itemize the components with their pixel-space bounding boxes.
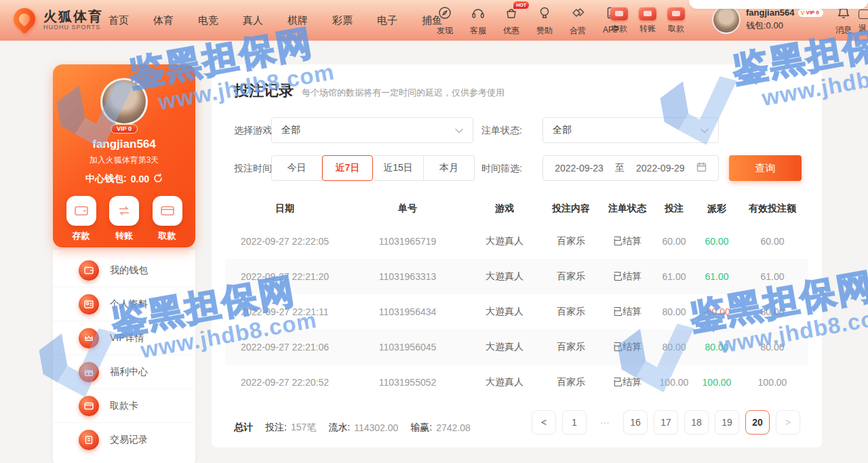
brand-title: 火狐体育 bbox=[43, 9, 103, 24]
time-filter-label: 投注时间: bbox=[234, 155, 275, 181]
date-to[interactable]: 2022-09-29 bbox=[636, 163, 685, 174]
top-dropdown-edge bbox=[689, 0, 868, 9]
bet-count-label: 投注: bbox=[265, 422, 287, 434]
id-card-icon bbox=[79, 294, 99, 315]
prev-page-button[interactable]: < bbox=[532, 410, 556, 435]
table-row: 2022-09-27 22:22:05 11031965719 大遊真人 百家乐… bbox=[225, 224, 808, 259]
nav-chess[interactable]: 棋牌 bbox=[288, 14, 308, 27]
tab-last-15-days[interactable]: 近15日 bbox=[373, 155, 424, 181]
profile-username: fangjian564 bbox=[53, 138, 195, 151]
sidebar-transfer-button[interactable]: 转账 bbox=[109, 196, 139, 242]
withdraw-icon bbox=[667, 7, 685, 20]
page-title: 投注记录 bbox=[234, 81, 294, 101]
date-range-input[interactable]: 2022-09-23 至 2022-09-29 bbox=[542, 155, 719, 181]
wallet-icon bbox=[66, 196, 96, 226]
user-avatar[interactable] bbox=[712, 5, 741, 34]
bet-records-panel: 投注记录 每个场馆的数据将有一定时间的延迟，仅供参考使用 选择游戏: 全部 注单… bbox=[212, 64, 822, 447]
tab-this-month[interactable]: 本月 bbox=[424, 155, 475, 181]
header-icon-menu: 发现 客服 HOT 优惠 赞助 合营 APP bbox=[431, 5, 625, 37]
main-nav: 首页 体育 电竞 真人 棋牌 彩票 电子 捕鱼 bbox=[108, 0, 442, 41]
winloss-value: 2742.08 bbox=[436, 422, 471, 433]
bank-card-icon bbox=[79, 396, 99, 416]
chevron-down-icon bbox=[701, 125, 709, 136]
page-17-button[interactable]: 17 bbox=[654, 410, 678, 435]
date-separator: 至 bbox=[615, 162, 625, 174]
nav-esports[interactable]: 电竞 bbox=[198, 14, 218, 27]
page-subtitle: 每个场馆的数据将有一定时间的延迟，仅供参考使用 bbox=[302, 87, 505, 99]
page-1-button[interactable]: 1 bbox=[562, 410, 587, 435]
page-20-button[interactable]: 20 bbox=[745, 410, 770, 435]
messages-button[interactable]: 36 消息 bbox=[829, 5, 859, 36]
flame-logo-icon bbox=[11, 6, 38, 33]
logout-button[interactable]: 退 bbox=[859, 9, 868, 35]
total-label: 总计 bbox=[234, 422, 253, 434]
search-button[interactable]: 查询 bbox=[729, 155, 802, 181]
wallet-icon bbox=[79, 260, 99, 281]
nav-home[interactable]: 首页 bbox=[108, 14, 129, 27]
compass-icon bbox=[437, 5, 452, 23]
game-filter-label: 选择游戏: bbox=[234, 117, 275, 143]
center-wallet-value: 0.00 bbox=[131, 174, 149, 184]
tab-last-7-days[interactable]: 近7日 bbox=[322, 155, 373, 181]
menu-discover[interactable]: 发现 bbox=[431, 5, 458, 37]
table-row: 2022-09-27 22:21:11 11031956434 大遊真人 百家乐… bbox=[225, 294, 808, 329]
nav-slots[interactable]: 电子 bbox=[377, 14, 397, 27]
sidebar-item-vip[interactable]: VIP详情 bbox=[53, 321, 195, 355]
calendar-icon bbox=[696, 162, 707, 174]
center-wallet-label: 中心钱包: bbox=[85, 173, 127, 185]
sidebar-withdraw-button[interactable]: 取款 bbox=[153, 196, 182, 242]
transfer-button[interactable]: 转账 bbox=[639, 7, 656, 35]
bet-count-value: 157笔 bbox=[291, 422, 316, 434]
date-filter-label: 时间筛选: bbox=[481, 155, 522, 181]
totals-summary: 总计 投注: 157笔 流水: 114302.00 输赢: 2742.08 bbox=[234, 416, 471, 440]
sidebar-menu: 我的钱包 个人资料 VIP详情 福利中心 取款卡 交易记录 bbox=[53, 249, 195, 463]
transfer-arrows-icon bbox=[109, 196, 139, 226]
bet-records-table: 日期 单号 游戏 投注内容 注单状态 投注 派彩 有效投注额 2022-09-2… bbox=[225, 193, 808, 400]
sidebar-item-transactions[interactable]: 交易记录 bbox=[53, 423, 195, 457]
nav-sports[interactable]: 体育 bbox=[153, 14, 174, 27]
refresh-icon[interactable] bbox=[153, 174, 163, 185]
profile-avatar[interactable] bbox=[100, 78, 148, 125]
date-from[interactable]: 2022-09-23 bbox=[555, 163, 604, 174]
menu-partner[interactable]: 合营 bbox=[564, 5, 591, 37]
crown-icon bbox=[79, 328, 99, 348]
profile-card: VIP 0 fangjian564 加入火狐体育第3天 中心钱包: 0.00 存… bbox=[53, 64, 195, 247]
sidebar-item-welfare[interactable]: 福利中心 bbox=[53, 355, 195, 389]
next-page-button[interactable]: > bbox=[776, 410, 800, 435]
sidebar-item-profile[interactable]: 个人资料 bbox=[53, 287, 195, 321]
brand-subtitle: HUOHU SPORTS bbox=[43, 24, 103, 31]
headset-icon bbox=[471, 5, 486, 23]
document-icon bbox=[79, 430, 99, 450]
deposit-button[interactable]: 存款 bbox=[610, 7, 628, 35]
status-filter-label: 注单状态: bbox=[481, 117, 522, 143]
nav-live[interactable]: 真人 bbox=[243, 14, 263, 27]
page-19-button[interactable]: 19 bbox=[715, 410, 739, 435]
wallet-balance: 钱包:0.00 bbox=[746, 20, 823, 32]
logout-icon bbox=[859, 9, 868, 19]
bank-card-icon bbox=[153, 196, 182, 226]
menu-sponsor[interactable]: 赞助 bbox=[531, 5, 558, 37]
deposit-icon bbox=[610, 7, 628, 20]
tab-today[interactable]: 今日 bbox=[271, 155, 322, 181]
table-row: 2022-09-27 22:21:20 11031963313 大遊真人 百家乐… bbox=[225, 259, 808, 294]
page-18-button[interactable]: 18 bbox=[684, 410, 709, 435]
time-range-tabs: 今日 近7日 近15日 本月 bbox=[271, 155, 475, 181]
sidebar-item-my-wallet[interactable]: 我的钱包 bbox=[53, 254, 195, 287]
user-info[interactable]: fangjian564 VVIP 0 钱包:0.00 bbox=[712, 5, 823, 34]
sidebar-item-withdraw-card[interactable]: 取款卡 bbox=[53, 389, 195, 423]
chevron-down-icon bbox=[455, 125, 463, 136]
table-row: 2022-09-27 22:21:06 11031956045 大遊真人 百家乐… bbox=[225, 329, 808, 365]
menu-support[interactable]: 客服 bbox=[465, 5, 492, 37]
table-row: 2022-09-27 22:20:52 11031955052 大遊真人 百家乐… bbox=[225, 365, 808, 400]
game-select[interactable]: 全部 bbox=[271, 117, 473, 143]
tags-icon bbox=[570, 5, 585, 23]
brand-logo[interactable]: 火狐体育 HUOHU SPORTS bbox=[11, 6, 103, 33]
page-16-button[interactable]: 16 bbox=[623, 410, 648, 435]
balloon-icon bbox=[537, 5, 552, 23]
status-select[interactable]: 全部 bbox=[542, 117, 719, 143]
withdraw-button[interactable]: 取款 bbox=[667, 7, 685, 35]
menu-promo[interactable]: HOT 优惠 bbox=[498, 5, 525, 37]
sidebar-deposit-button[interactable]: 存款 bbox=[66, 196, 96, 242]
nav-lottery[interactable]: 彩票 bbox=[332, 14, 353, 27]
profile-actions: 存款 转账 取款 bbox=[53, 196, 195, 242]
